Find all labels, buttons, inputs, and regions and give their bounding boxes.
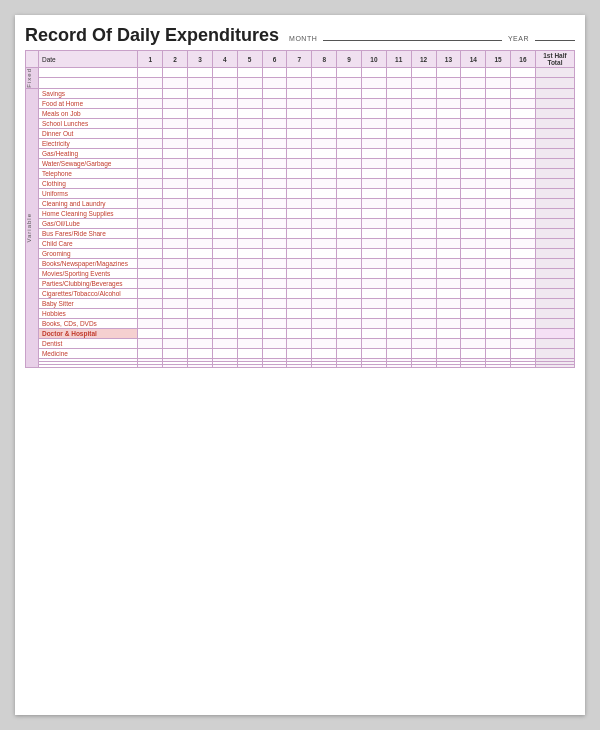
data-cell[interactable]: [386, 228, 411, 238]
data-cell[interactable]: [461, 208, 486, 218]
data-cell[interactable]: [262, 148, 287, 158]
data-cell[interactable]: [461, 78, 486, 88]
data-cell[interactable]: [262, 188, 287, 198]
data-cell[interactable]: [361, 108, 386, 118]
data-cell[interactable]: [312, 78, 337, 88]
data-cell[interactable]: [262, 348, 287, 358]
data-cell[interactable]: [212, 88, 237, 98]
data-cell[interactable]: [287, 78, 312, 88]
data-cell[interactable]: [337, 218, 362, 228]
data-cell[interactable]: [411, 248, 436, 258]
data-cell[interactable]: [361, 68, 386, 78]
data-cell[interactable]: [436, 278, 461, 288]
data-cell[interactable]: [361, 318, 386, 328]
data-cell[interactable]: [163, 158, 188, 168]
data-cell[interactable]: [262, 138, 287, 148]
data-cell[interactable]: [212, 338, 237, 348]
data-cell[interactable]: [212, 228, 237, 238]
data-cell[interactable]: [262, 78, 287, 88]
total-cell[interactable]: [535, 328, 574, 338]
data-cell[interactable]: [361, 78, 386, 88]
data-cell[interactable]: [188, 298, 213, 308]
data-cell[interactable]: [461, 178, 486, 188]
data-cell[interactable]: [163, 138, 188, 148]
data-cell[interactable]: [262, 318, 287, 328]
data-cell[interactable]: [461, 188, 486, 198]
data-cell[interactable]: [361, 88, 386, 98]
data-cell[interactable]: [386, 208, 411, 218]
data-cell[interactable]: [212, 364, 237, 367]
data-cell[interactable]: [312, 248, 337, 258]
data-cell[interactable]: [337, 118, 362, 128]
data-cell[interactable]: [163, 328, 188, 338]
data-cell[interactable]: [212, 198, 237, 208]
data-cell[interactable]: [312, 108, 337, 118]
data-cell[interactable]: [312, 158, 337, 168]
data-cell[interactable]: [163, 168, 188, 178]
data-cell[interactable]: [262, 88, 287, 98]
data-cell[interactable]: [138, 288, 163, 298]
data-cell[interactable]: [312, 328, 337, 338]
data-cell[interactable]: [411, 118, 436, 128]
data-cell[interactable]: [411, 68, 436, 78]
data-cell[interactable]: [188, 118, 213, 128]
data-cell[interactable]: [411, 308, 436, 318]
data-cell[interactable]: [386, 218, 411, 228]
data-cell[interactable]: [486, 278, 511, 288]
data-cell[interactable]: [188, 364, 213, 367]
data-cell[interactable]: [287, 68, 312, 78]
data-cell[interactable]: [411, 278, 436, 288]
data-cell[interactable]: [461, 258, 486, 268]
data-cell[interactable]: [287, 128, 312, 138]
data-cell[interactable]: [386, 188, 411, 198]
data-cell[interactable]: [337, 228, 362, 238]
data-cell[interactable]: [188, 278, 213, 288]
data-cell[interactable]: [461, 288, 486, 298]
data-cell[interactable]: [461, 328, 486, 338]
data-cell[interactable]: [163, 148, 188, 158]
total-cell[interactable]: [535, 128, 574, 138]
data-cell[interactable]: [461, 108, 486, 118]
data-cell[interactable]: [511, 188, 536, 198]
data-cell[interactable]: [337, 148, 362, 158]
data-cell[interactable]: [212, 128, 237, 138]
data-cell[interactable]: [212, 178, 237, 188]
data-cell[interactable]: [262, 178, 287, 188]
data-cell[interactable]: [138, 268, 163, 278]
data-cell[interactable]: [287, 188, 312, 198]
data-cell[interactable]: [337, 78, 362, 88]
data-cell[interactable]: [212, 68, 237, 78]
data-cell[interactable]: [436, 108, 461, 118]
data-cell[interactable]: [237, 348, 262, 358]
data-cell[interactable]: [386, 98, 411, 108]
data-cell[interactable]: [287, 298, 312, 308]
data-cell[interactable]: [386, 288, 411, 298]
data-cell[interactable]: [411, 98, 436, 108]
data-cell[interactable]: [386, 248, 411, 258]
data-cell[interactable]: [287, 318, 312, 328]
data-cell[interactable]: [486, 198, 511, 208]
data-cell[interactable]: [386, 138, 411, 148]
data-cell[interactable]: [511, 364, 536, 367]
data-cell[interactable]: [486, 68, 511, 78]
data-cell[interactable]: [411, 88, 436, 98]
data-cell[interactable]: [138, 318, 163, 328]
data-cell[interactable]: [486, 308, 511, 318]
data-cell[interactable]: [262, 198, 287, 208]
data-cell[interactable]: [486, 78, 511, 88]
data-cell[interactable]: [436, 348, 461, 358]
data-cell[interactable]: [188, 328, 213, 338]
data-cell[interactable]: [486, 88, 511, 98]
data-cell[interactable]: [486, 168, 511, 178]
data-cell[interactable]: [461, 68, 486, 78]
data-cell[interactable]: [287, 138, 312, 148]
data-cell[interactable]: [287, 278, 312, 288]
data-cell[interactable]: [163, 268, 188, 278]
data-cell[interactable]: [188, 138, 213, 148]
data-cell[interactable]: [361, 138, 386, 148]
data-cell[interactable]: [361, 268, 386, 278]
data-cell[interactable]: [212, 268, 237, 278]
data-cell[interactable]: [312, 318, 337, 328]
data-cell[interactable]: [237, 158, 262, 168]
total-cell[interactable]: [535, 308, 574, 318]
